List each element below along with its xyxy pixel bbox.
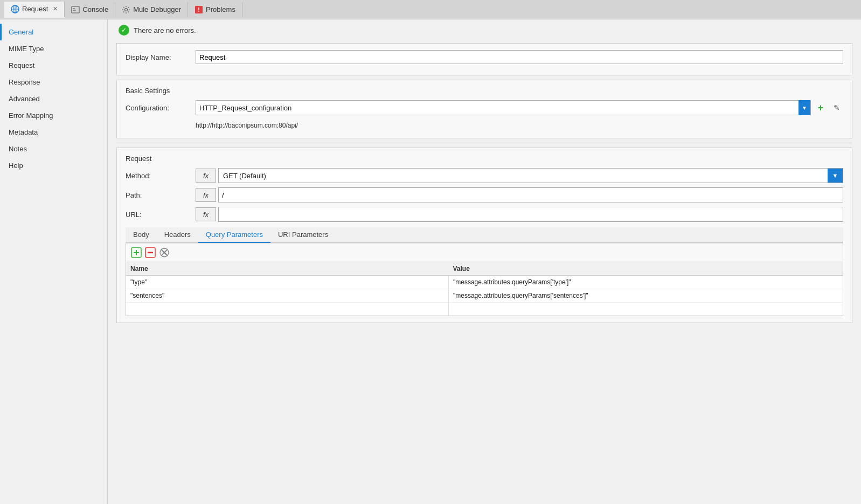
sidebar-item-error-mapping[interactable]: Error Mapping	[0, 107, 107, 124]
tab-mule-debugger-label: Mule Debugger	[133, 5, 181, 13]
tab-problems-label: Problems	[206, 5, 235, 13]
add-row-button[interactable]	[130, 247, 142, 258]
param-value-0[interactable]: "message.attributes.queryParams['type']"	[449, 276, 843, 289]
param-value-empty	[449, 303, 843, 316]
display-name-section: Display Name:	[116, 43, 852, 75]
table-row-empty	[126, 303, 843, 316]
tab-request-label: Request	[22, 5, 48, 13]
divider-1	[116, 143, 852, 143]
edit-config-button[interactable]: ✎	[830, 101, 843, 114]
remove-row-button[interactable]	[144, 247, 156, 258]
configuration-row: Configuration: HTTP_Request_configuratio…	[126, 100, 843, 115]
query-params-table: Name Value "type" "message.attributes.qu…	[126, 262, 843, 316]
sidebar-item-response[interactable]: Response	[0, 74, 107, 90]
warning-icon: !	[195, 5, 203, 14]
param-name-1[interactable]: "sentences"	[126, 289, 449, 303]
query-params-table-area: Name Value "type" "message.attributes.qu…	[126, 243, 843, 316]
method-select-arrow-icon[interactable]: ▼	[828, 169, 843, 183]
tab-console-label: Console	[82, 5, 108, 13]
configuration-select[interactable]: HTTP_Request_configuration ▼	[196, 100, 811, 115]
tab-body[interactable]: Body	[126, 227, 157, 243]
request-section: Request Method: fx GET (Default) ▼ Path:	[116, 148, 852, 323]
tab-mule-debugger[interactable]: Mule Debugger	[115, 2, 188, 17]
method-value: GET (Default)	[219, 169, 828, 183]
basic-settings-section: Basic Settings Configuration: HTTP_Reque…	[116, 80, 852, 138]
sidebar-item-help[interactable]: Help	[0, 157, 107, 174]
path-fx-button[interactable]: fx	[196, 188, 216, 202]
table-row: "sentences" "message.attributes.queryPar…	[126, 289, 843, 303]
table-toolbar	[126, 243, 843, 262]
sidebar-item-mime-type[interactable]: MIME Type	[0, 40, 107, 57]
configuration-controls: HTTP_Request_configuration ▼ + ✎	[196, 100, 843, 115]
basic-settings-title: Basic Settings	[126, 87, 843, 95]
configuration-label: Configuration:	[126, 104, 196, 112]
path-row: Path: fx	[126, 187, 843, 202]
method-row: Method: fx GET (Default) ▼	[126, 168, 843, 183]
sidebar-item-general[interactable]: General	[0, 24, 107, 40]
tab-close-icon[interactable]: ✕	[53, 5, 58, 12]
tab-headers[interactable]: Headers	[157, 227, 198, 243]
error-message: There are no errors.	[134, 26, 196, 34]
sidebar: General MIME Type Request Response Advan…	[0, 19, 108, 504]
sidebar-item-notes[interactable]: Notes	[0, 141, 107, 157]
sidebar-item-request[interactable]: Request	[0, 57, 107, 74]
col-name-header: Name	[126, 262, 449, 276]
url-input[interactable]	[218, 207, 843, 222]
remove-all-button[interactable]	[158, 247, 170, 258]
base-url: http://http://baconipsum.com:80/api/	[126, 120, 843, 131]
display-name-input[interactable]	[196, 50, 843, 64]
inner-tab-strip: Body Headers Query Parameters URI Parame…	[126, 227, 843, 243]
path-label: Path:	[126, 191, 196, 199]
tab-query-parameters[interactable]: Query Parameters	[198, 227, 270, 243]
url-fx-button[interactable]: fx	[196, 207, 216, 221]
svg-point-7	[125, 8, 128, 11]
display-name-label: Display Name:	[126, 53, 196, 61]
tab-console[interactable]: Console	[65, 2, 115, 17]
error-banner: ✓ There are no errors.	[108, 19, 861, 41]
url-label: URL:	[126, 211, 196, 219]
param-name-empty	[126, 303, 449, 316]
svg-rect-4	[72, 6, 79, 13]
config-select-arrow-icon[interactable]: ▼	[798, 100, 810, 115]
param-value-1[interactable]: "message.attributes.queryParams['sentenc…	[449, 289, 843, 303]
display-name-row: Display Name:	[126, 50, 843, 64]
request-section-title: Request	[126, 155, 843, 163]
col-value-header: Value	[449, 262, 843, 276]
globe-icon	[11, 5, 19, 13]
tab-problems[interactable]: ! Problems	[188, 2, 242, 17]
url-row: URL: fx	[126, 207, 843, 222]
add-config-button[interactable]: +	[814, 101, 827, 114]
sidebar-item-advanced[interactable]: Advanced	[0, 90, 107, 107]
param-name-0[interactable]: "type"	[126, 276, 449, 289]
configuration-value: HTTP_Request_configuration	[196, 104, 798, 112]
sidebar-item-metadata[interactable]: Metadata	[0, 124, 107, 141]
method-label: Method:	[126, 172, 196, 180]
console-icon	[71, 5, 80, 14]
tab-request[interactable]: Request ✕	[4, 2, 65, 18]
gear-icon	[122, 5, 130, 14]
method-fx-button[interactable]: fx	[196, 169, 216, 183]
tab-uri-parameters[interactable]: URI Parameters	[270, 227, 336, 243]
svg-text:!: !	[198, 7, 199, 13]
method-select[interactable]: GET (Default) ▼	[218, 168, 843, 183]
main-layout: General MIME Type Request Response Advan…	[0, 19, 861, 504]
path-input[interactable]	[218, 187, 843, 202]
content-area: ✓ There are no errors. Display Name: Bas…	[108, 19, 861, 504]
table-row: "type" "message.attributes.queryParams['…	[126, 276, 843, 289]
tab-bar: Request ✕ Console Mule Debugger !	[0, 0, 861, 19]
success-icon: ✓	[119, 25, 129, 36]
